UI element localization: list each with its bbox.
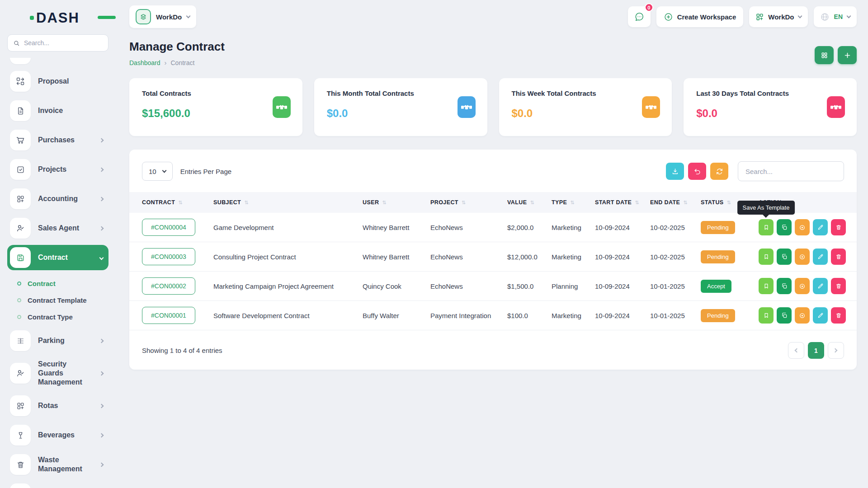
cell-end-date: 10-02-2025 <box>644 213 694 242</box>
clipped-menu-item[interactable] <box>10 58 31 64</box>
cell-type: Marketing <box>545 242 589 272</box>
column-header-contract[interactable]: CONTRACT <box>129 192 207 213</box>
stat-card-month: This Month Total Contracts $0.0 <box>314 78 487 136</box>
user-menu[interactable]: WorkDo <box>749 6 807 27</box>
breadcrumb-separator <box>165 59 167 66</box>
eye-icon <box>799 224 806 231</box>
submenu-item-contract-template[interactable]: Contract Template <box>17 292 108 309</box>
edit-button[interactable] <box>813 249 828 265</box>
trash-icon <box>835 253 842 260</box>
stat-value: $0.0 <box>327 107 475 120</box>
view-button[interactable] <box>795 278 810 294</box>
sidebar-search[interactable] <box>7 34 108 52</box>
table-footer: Showing 1 to 4 of 4 entries 1 <box>129 330 857 363</box>
delete-button[interactable] <box>831 278 846 294</box>
save-as-template-button[interactable] <box>759 249 774 265</box>
sidebar-item-security-guards[interactable]: Security Guards Management <box>7 357 108 389</box>
duplicate-button[interactable] <box>777 278 792 294</box>
delete-button[interactable] <box>831 249 846 265</box>
sidebar-item-proposal[interactable]: Proposal <box>7 69 108 94</box>
cell-value: $2,000.0 <box>501 213 545 242</box>
duplicate-button[interactable] <box>777 219 792 235</box>
entries-per-page-select[interactable]: 10 <box>142 162 173 181</box>
sidebar-item-rotas[interactable]: Rotas <box>7 393 108 418</box>
sidebar-item-cleaning[interactable]: Cleaning <box>7 481 108 488</box>
table-search-input[interactable] <box>738 161 844 181</box>
view-button[interactable] <box>795 307 810 324</box>
bullet-icon <box>17 282 21 286</box>
bullet-icon <box>17 315 21 319</box>
sidebar-item-beverages[interactable]: Beverages <box>7 422 108 448</box>
edit-button[interactable] <box>813 307 828 324</box>
chevron-right-icon <box>99 197 104 201</box>
cell-start-date: 10-09-2024 <box>589 213 644 242</box>
column-header-type[interactable]: TYPE <box>545 192 589 213</box>
cell-subject: Consulting Project Contract <box>207 242 356 272</box>
chevron-right-icon <box>99 462 104 467</box>
save-as-template-button[interactable] <box>759 278 774 294</box>
sidebar-search-input[interactable] <box>24 39 103 47</box>
status-badge: Pending <box>701 250 735 263</box>
sidebar-item-contract[interactable]: Contract <box>7 245 108 270</box>
previous-page-button[interactable] <box>788 342 804 359</box>
contract-id-button[interactable]: #CON00003 <box>142 248 195 265</box>
view-button[interactable] <box>795 249 810 265</box>
breadcrumb-dashboard[interactable]: Dashboard <box>129 59 160 66</box>
cell-project: EchoNews <box>424 213 501 242</box>
stat-card-week: This Week Total Contracts $0.0 <box>499 78 672 136</box>
language-selector[interactable]: EN <box>814 6 857 27</box>
status-badge: Pending <box>701 309 735 322</box>
save-as-template-button[interactable] <box>759 307 774 324</box>
export-button[interactable] <box>666 163 684 180</box>
proposal-icon <box>16 77 25 86</box>
cell-type: Marketing <box>545 301 589 330</box>
table-row: #CON00001 Software Development Contract … <box>129 301 857 330</box>
messages-button[interactable]: 0 <box>628 6 651 27</box>
submenu-item-label: Contract <box>28 280 56 287</box>
add-contract-button[interactable] <box>838 46 857 64</box>
cell-user: Whitney Barrett <box>356 242 424 272</box>
save-as-template-button[interactable]: Save As Template <box>759 219 774 235</box>
showing-entries-text: Showing 1 to 4 of 4 entries <box>142 347 222 354</box>
contract-save-icon <box>16 253 25 262</box>
column-header-end-date[interactable]: END DATE <box>644 192 694 213</box>
duplicate-button[interactable] <box>777 307 792 324</box>
sidebar-item-purchases[interactable]: Purchases <box>7 127 108 153</box>
column-header-project[interactable]: PROJECT <box>424 192 501 213</box>
page-number-button[interactable]: 1 <box>808 342 824 359</box>
reset-button[interactable] <box>688 163 706 180</box>
edit-button[interactable] <box>813 219 828 235</box>
refresh-button[interactable] <box>710 163 728 180</box>
edit-button[interactable] <box>813 278 828 294</box>
sidebar-item-waste-management[interactable]: Waste Management <box>7 452 108 477</box>
chevron-right-icon <box>99 433 104 437</box>
bookmark-icon <box>763 253 769 260</box>
cell-subject: Software Development Contract <box>207 301 356 330</box>
contract-id-button[interactable]: #CON00001 <box>142 307 195 324</box>
grid-icon <box>821 52 828 59</box>
grid-view-button[interactable] <box>815 46 834 64</box>
view-button[interactable] <box>795 219 810 235</box>
column-header-subject[interactable]: SUBJECT <box>207 192 356 213</box>
delete-button[interactable] <box>831 307 846 324</box>
submenu-item-contract[interactable]: Contract <box>17 275 108 292</box>
delete-button[interactable] <box>831 219 846 235</box>
column-header-value[interactable]: VALUE <box>501 192 545 213</box>
column-header-user[interactable]: USER <box>356 192 424 213</box>
create-workspace-button[interactable]: Create Workspace <box>656 6 744 27</box>
sidebar-item-accounting[interactable]: Accounting <box>7 186 108 211</box>
duplicate-button[interactable] <box>777 249 792 265</box>
submenu-item-contract-type[interactable]: Contract Type <box>17 309 108 325</box>
workspace-selector[interactable]: WorkDo <box>129 5 196 28</box>
contract-id-button[interactable]: #CON00004 <box>142 219 195 236</box>
wine-glass-icon <box>16 431 25 440</box>
sidebar-item-parking[interactable]: Parking <box>7 328 108 353</box>
create-workspace-label: Create Workspace <box>677 13 736 21</box>
next-page-button[interactable] <box>828 342 844 359</box>
sidebar-item-invoice[interactable]: Invoice <box>7 98 108 123</box>
sidebar-item-sales-agent[interactable]: Sales Agent <box>7 216 108 241</box>
invoice-icon <box>16 107 25 115</box>
sidebar-item-projects[interactable]: Projects <box>7 157 108 182</box>
contract-id-button[interactable]: #CON00002 <box>142 277 195 295</box>
column-header-start-date[interactable]: START DATE <box>589 192 644 213</box>
